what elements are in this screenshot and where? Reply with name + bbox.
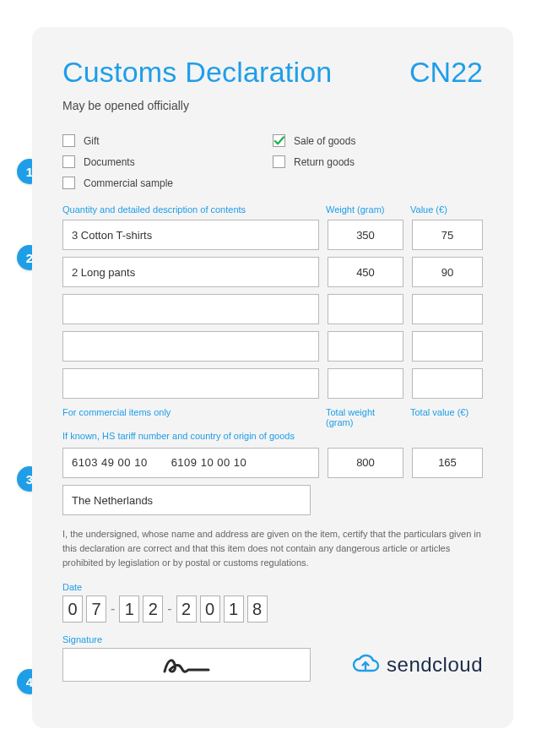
total-value-box: 165 [412, 448, 483, 478]
option-gift[interactable]: Gift [62, 134, 273, 147]
signature-icon [161, 653, 212, 677]
item-value-input[interactable] [412, 294, 483, 324]
items-rows [62, 220, 483, 399]
checkbox-icon [273, 134, 285, 147]
date-digit[interactable]: 8 [247, 596, 268, 623]
date-boxes: 0 7 - 1 2 - 2 0 1 8 [62, 596, 483, 623]
total-weight-label: Total weight (gram) [319, 407, 403, 427]
brand-logo: sendcloud [351, 653, 483, 677]
checkbox-icon [273, 155, 285, 168]
hs-label: If known, HS tariff number and country o… [62, 431, 483, 441]
option-label: Sale of goods [294, 135, 355, 147]
item-row [62, 368, 483, 399]
col-label-description: Quantity and detailed description of con… [62, 204, 319, 215]
item-row [62, 220, 483, 250]
country-of-origin-input[interactable] [62, 485, 311, 515]
item-weight-input[interactable] [328, 368, 403, 399]
items-column-labels: Quantity and detailed description of con… [62, 204, 483, 215]
signature-row: sendcloud [62, 648, 483, 682]
hs-code-1: 6103 49 00 10 [72, 456, 148, 469]
item-value-input[interactable] [412, 257, 483, 287]
option-label: Return goods [294, 156, 355, 168]
date-digit[interactable]: 2 [176, 596, 197, 623]
cloud-icon [351, 654, 380, 676]
option-label: Gift [84, 135, 100, 147]
option-commercial-sample[interactable]: Commercial sample [62, 177, 273, 189]
item-weight-input[interactable] [328, 294, 403, 324]
checkbox-icon [62, 134, 75, 147]
option-label: Documents [84, 156, 135, 168]
declaration-card: Customs Declaration CN22 May be opened o… [32, 27, 513, 728]
brand-name: sendcloud [387, 653, 483, 677]
date-separator: - [166, 601, 172, 617]
item-row [62, 294, 483, 324]
date-label: Date [62, 582, 483, 592]
date-digit[interactable]: 0 [62, 596, 83, 623]
item-value-input[interactable] [412, 368, 483, 399]
option-return-goods[interactable]: Return goods [273, 155, 483, 168]
commercial-only-label: For commercial items only [62, 407, 319, 427]
checkbox-icon [62, 155, 75, 168]
item-value-input[interactable] [412, 220, 483, 250]
item-description-input[interactable] [62, 368, 319, 399]
item-description-input[interactable] [62, 294, 319, 324]
option-documents[interactable]: Documents [62, 155, 273, 168]
col-label-value: Value (€) [403, 204, 483, 215]
signature-box[interactable] [62, 648, 311, 682]
hs-tariff-input[interactable]: 6103 49 00 106109 10 00 10 [62, 448, 319, 478]
checkbox-icon [62, 177, 75, 189]
item-description-input[interactable] [62, 331, 319, 362]
item-description-input[interactable] [62, 257, 319, 287]
total-value-label: Total value (€) [403, 407, 483, 427]
total-weight-box: 800 [328, 448, 403, 478]
item-weight-input[interactable] [328, 257, 403, 287]
item-row [62, 257, 483, 287]
form-code: CN22 [409, 56, 483, 89]
item-weight-input[interactable] [328, 331, 403, 362]
item-weight-input[interactable] [328, 220, 403, 250]
date-digit[interactable]: 1 [224, 596, 244, 623]
option-sale-of-goods[interactable]: Sale of goods [273, 134, 483, 147]
date-digit[interactable]: 7 [86, 596, 106, 623]
date-digit[interactable]: 2 [143, 596, 163, 623]
type-options: Gift Sale of goods Documents Return good… [62, 134, 483, 189]
date-digit[interactable]: 0 [200, 596, 220, 623]
certification-text: I, the undersigned, whose name and addre… [62, 527, 483, 570]
hs-total-row: 6103 49 00 106109 10 00 10 800 165 [62, 448, 483, 478]
item-description-input[interactable] [62, 220, 319, 250]
page-title: Customs Declaration [62, 56, 332, 89]
header-row: Customs Declaration CN22 [62, 56, 483, 89]
commercial-labels: For commercial items only Total weight (… [62, 407, 483, 427]
signature-label: Signature [62, 634, 483, 645]
date-digit[interactable]: 1 [119, 596, 139, 623]
option-label: Commercial sample [84, 177, 173, 189]
col-label-weight: Weight (gram) [319, 204, 403, 215]
hs-code-2: 6109 10 00 10 [171, 456, 247, 469]
item-value-input[interactable] [412, 331, 483, 362]
subtitle: May be opened officially [62, 99, 483, 112]
item-row [62, 331, 483, 362]
date-separator: - [110, 601, 116, 617]
